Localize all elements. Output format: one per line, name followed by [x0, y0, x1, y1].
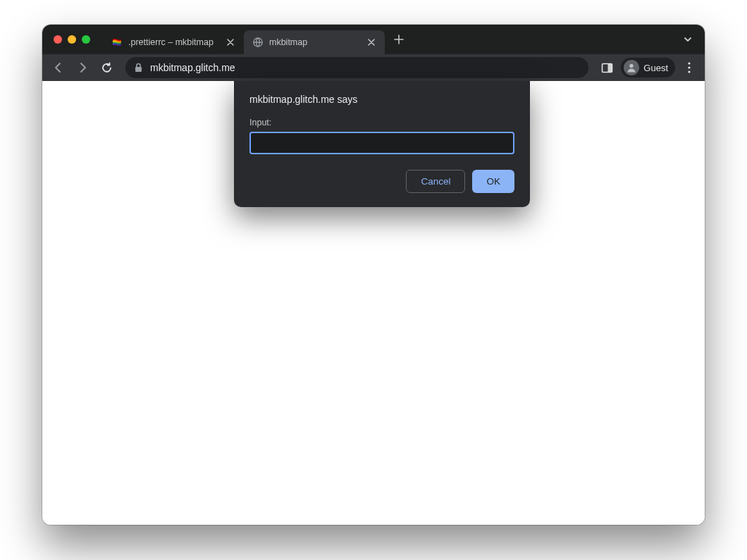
tab-active-mkbitmap[interactable]: mkbitmap	[244, 30, 385, 54]
svg-point-6	[688, 66, 690, 68]
page-content: mkbitmap.glitch.me says Input: Cancel OK	[42, 81, 705, 525]
svg-point-7	[688, 70, 690, 73]
profile-chip[interactable]: Guest	[621, 58, 675, 77]
js-prompt-dialog: mkbitmap.glitch.me says Input: Cancel OK	[234, 81, 530, 207]
tab-title: .prettierrc – mkbitmap	[128, 37, 220, 47]
dialog-origin-text: mkbitmap.glitch.me says	[249, 94, 514, 105]
url-text: mkbitmap.glitch.me	[150, 62, 235, 73]
back-button[interactable]	[48, 57, 69, 78]
avatar-icon	[624, 60, 639, 75]
svg-rect-3	[607, 63, 612, 72]
svg-rect-1	[135, 67, 142, 72]
svg-point-5	[688, 62, 690, 64]
side-panel-icon[interactable]	[597, 58, 617, 77]
tab-strip: 🏳️‍🌈 .prettierrc – mkbitmap mkbitmap	[42, 25, 705, 54]
dialog-prompt-input[interactable]	[249, 132, 514, 154]
forward-button[interactable]	[72, 57, 93, 78]
toolbar-right: Guest	[597, 58, 699, 77]
toolbar: mkbitmap.glitch.me Guest	[42, 54, 705, 81]
tab-overflow-button[interactable]	[679, 31, 696, 48]
address-bar[interactable]: mkbitmap.glitch.me	[125, 57, 588, 78]
reload-button[interactable]	[96, 57, 117, 78]
kebab-menu-icon[interactable]	[679, 58, 699, 77]
tabs-container: 🏳️‍🌈 .prettierrc – mkbitmap mkbitmap	[103, 25, 385, 54]
tab-inactive-prettierrc[interactable]: 🏳️‍🌈 .prettierrc – mkbitmap	[103, 30, 244, 54]
dialog-button-row: Cancel OK	[249, 170, 514, 193]
profile-label: Guest	[643, 63, 668, 73]
glitch-favicon-icon: 🏳️‍🌈	[111, 37, 123, 48]
svg-point-4	[630, 64, 634, 68]
close-tab-icon[interactable]	[366, 37, 376, 47]
new-tab-button[interactable]	[389, 30, 409, 49]
maximize-window-button[interactable]	[82, 35, 90, 44]
lock-icon	[134, 63, 143, 73]
close-tab-icon[interactable]	[226, 37, 235, 47]
close-window-button[interactable]	[54, 35, 62, 44]
globe-favicon-icon	[252, 37, 264, 48]
tab-title: mkbitmap	[269, 37, 361, 47]
cancel-button[interactable]: Cancel	[406, 170, 465, 193]
ok-button[interactable]: OK	[472, 170, 514, 193]
dialog-prompt-label: Input:	[249, 118, 514, 127]
minimize-window-button[interactable]	[68, 35, 76, 44]
window-controls	[54, 35, 90, 44]
browser-window: 🏳️‍🌈 .prettierrc – mkbitmap mkbitmap	[42, 25, 705, 525]
